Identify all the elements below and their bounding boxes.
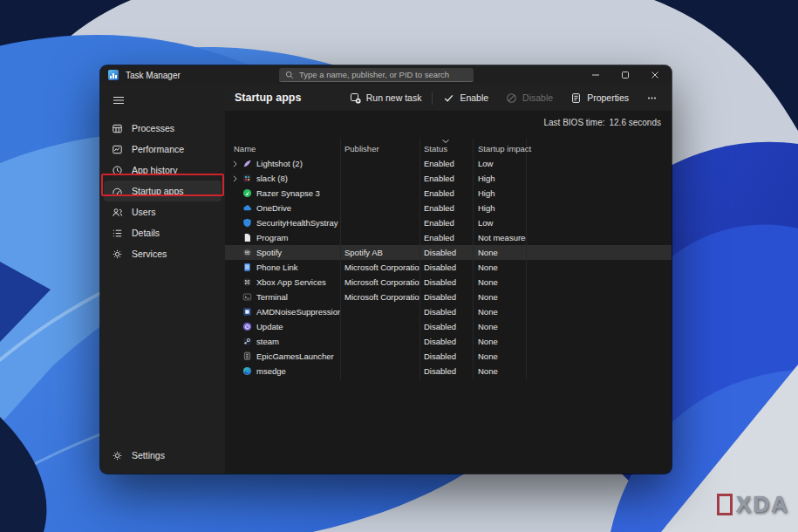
table-row-slack-8[interactable]: slack (8)EnabledHigh bbox=[225, 171, 672, 186]
cell-status: Disabled bbox=[419, 366, 473, 376]
cell-name: Spotify bbox=[225, 248, 340, 257]
column-header-startup-impact[interactable]: Startup impact bbox=[473, 144, 526, 153]
app-name: Xbox App Services bbox=[256, 277, 326, 287]
sidebar-footer: Settings bbox=[100, 445, 225, 466]
table-row-program[interactable]: ProgramEnabledNot measured bbox=[225, 230, 672, 245]
enable-button[interactable]: Enable bbox=[434, 85, 497, 111]
cell-impact: None bbox=[473, 366, 526, 376]
more-options-button[interactable] bbox=[638, 85, 666, 111]
cell-impact: Low bbox=[473, 218, 526, 228]
cell-status: Disabled bbox=[419, 248, 473, 257]
cell-status: Enabled bbox=[419, 188, 473, 198]
sidebar-item-services[interactable]: Services bbox=[104, 243, 222, 264]
column-header-name[interactable]: Name bbox=[225, 144, 340, 153]
razer-synapse-icon bbox=[242, 188, 252, 198]
last-bios-time-label: Last BIOS time: bbox=[543, 118, 604, 127]
properties-icon bbox=[570, 92, 582, 104]
table-row-update[interactable]: UpdateDisabledNone bbox=[225, 319, 672, 334]
table-row-msedge[interactable]: msedgeDisabledNone bbox=[225, 364, 672, 379]
cell-name: slack (8) bbox=[225, 174, 340, 183]
properties-button[interactable]: Properties bbox=[562, 85, 638, 111]
column-divider bbox=[526, 139, 527, 379]
app-name: OneDrive bbox=[256, 203, 291, 213]
toolbar-actions: Run new taskEnableDisableProperties bbox=[341, 85, 672, 111]
search-placeholder: Type a name, publisher, or PID to search bbox=[299, 70, 449, 79]
menu-toggle-button[interactable] bbox=[106, 92, 131, 109]
toolbar-button-label: Properties bbox=[587, 92, 629, 103]
expand-chevron-icon[interactable] bbox=[232, 175, 238, 182]
cell-status: Disabled bbox=[419, 277, 473, 287]
xda-bracket-left-icon bbox=[717, 494, 725, 515]
cell-impact: None bbox=[473, 307, 526, 317]
window-body: ProcessesPerformanceApp historyStartup a… bbox=[100, 85, 672, 474]
table-row-razer-synapse-3[interactable]: Razer Synapse 3EnabledHigh bbox=[225, 186, 672, 201]
run-new-task-button[interactable]: Run new task bbox=[341, 85, 431, 111]
cell-impact: None bbox=[473, 337, 526, 346]
search-icon bbox=[285, 71, 294, 79]
gear-icon bbox=[112, 450, 123, 461]
onedrive-icon bbox=[242, 203, 252, 213]
startup-apps-table: NamePublisherStatusStartup impact Lights… bbox=[225, 139, 672, 379]
sidebar-item-performance[interactable]: Performance bbox=[104, 139, 222, 160]
app-name: Terminal bbox=[256, 292, 288, 302]
column-divider bbox=[473, 139, 474, 379]
minimize-button[interactable] bbox=[581, 65, 610, 85]
epic-games-icon bbox=[242, 351, 252, 361]
cell-impact: None bbox=[473, 248, 526, 257]
close-icon bbox=[651, 67, 659, 83]
sidebar-item-processes[interactable]: Processes bbox=[104, 118, 222, 139]
close-button[interactable] bbox=[640, 65, 670, 85]
table-row-epicgameslauncher[interactable]: EpicGamesLauncherDisabledNone bbox=[225, 349, 672, 364]
app-name: Lightshot (2) bbox=[256, 159, 303, 168]
column-header-label: Status bbox=[424, 144, 447, 153]
table-row-spotify[interactable]: SpotifySpotify ABDisabledNone bbox=[225, 245, 672, 260]
sidebar-item-settings[interactable]: Settings bbox=[104, 445, 222, 466]
cell-publisher: Microsoft Corporation bbox=[340, 277, 419, 287]
sidebar-item-users[interactable]: Users bbox=[104, 201, 222, 222]
table-row-amdnoisesuppression[interactable]: AMDNoiseSuppressionDisabledNone bbox=[225, 304, 672, 319]
xda-watermark-text: XDA bbox=[736, 491, 789, 518]
users-icon bbox=[112, 207, 123, 218]
sidebar: ProcessesPerformanceApp historyStartup a… bbox=[100, 85, 225, 474]
cell-impact: None bbox=[473, 263, 526, 272]
xbox-icon bbox=[242, 277, 252, 287]
cell-status: Enabled bbox=[419, 159, 473, 168]
cell-name: Phone Link bbox=[225, 263, 340, 272]
sidebar-item-details[interactable]: Details bbox=[104, 222, 222, 243]
sidebar-item-label: Performance bbox=[132, 144, 184, 154]
cell-name: Update bbox=[225, 322, 340, 331]
minimize-icon bbox=[591, 67, 600, 83]
maximize-icon bbox=[621, 67, 630, 83]
maximize-button[interactable] bbox=[610, 65, 640, 85]
security-shield-icon bbox=[242, 218, 252, 228]
task-manager-window: Task Manager Type a name, publisher, or … bbox=[100, 65, 672, 474]
table-row-lightshot-2[interactable]: Lightshot (2)EnabledLow bbox=[225, 156, 672, 171]
table-header: NamePublisherStatusStartup impact bbox=[225, 139, 672, 156]
cell-status: Disabled bbox=[419, 322, 473, 331]
toolbar-button-label: Enable bbox=[460, 92, 488, 103]
cell-name: steam bbox=[225, 337, 340, 346]
details-icon bbox=[112, 228, 123, 239]
column-header-status[interactable]: Status bbox=[419, 144, 473, 153]
table-row-steam[interactable]: steamDisabledNone bbox=[225, 334, 672, 349]
table-row-xbox-app-services[interactable]: Xbox App ServicesMicrosoft CorporationDi… bbox=[225, 275, 672, 290]
table-row-onedrive[interactable]: OneDriveEnabledHigh bbox=[225, 201, 672, 215]
xda-watermark: XDA bbox=[717, 491, 789, 518]
table-row-phone-link[interactable]: Phone LinkMicrosoft CorporationDisabledN… bbox=[225, 260, 672, 275]
table-row-securityhealthsystray[interactable]: SecurityHealthSystrayEnabledLow bbox=[225, 215, 672, 230]
app-identity: Task Manager bbox=[100, 70, 181, 80]
cell-impact: None bbox=[473, 322, 526, 331]
run-new-task-icon bbox=[350, 92, 361, 104]
xda-bracket-right-icon bbox=[725, 494, 733, 515]
expand-chevron-icon[interactable] bbox=[232, 160, 238, 167]
search-box[interactable]: Type a name, publisher, or PID to search bbox=[279, 68, 474, 82]
table-row-terminal[interactable]: TerminalMicrosoft CorporationDisabledNon… bbox=[225, 290, 672, 304]
cell-impact: Not measured bbox=[473, 233, 526, 242]
app-name: EpicGamesLauncher bbox=[256, 351, 334, 361]
cell-publisher: Spotify AB bbox=[340, 248, 419, 257]
check-icon bbox=[443, 92, 454, 104]
cell-name: OneDrive bbox=[225, 203, 340, 213]
column-header-publisher[interactable]: Publisher bbox=[340, 144, 419, 153]
column-divider bbox=[340, 139, 341, 379]
cell-name: msedge bbox=[225, 366, 340, 376]
